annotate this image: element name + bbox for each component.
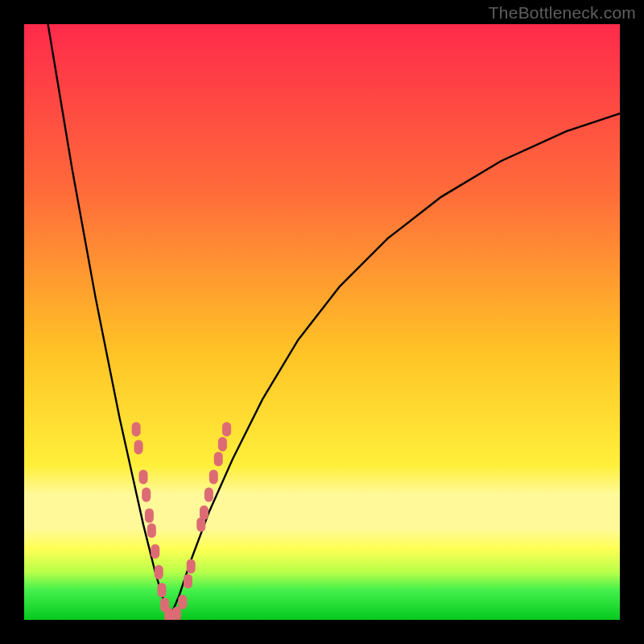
scatter-point: [155, 565, 163, 580]
scatter-point: [214, 452, 223, 466]
scatter-point: [178, 595, 187, 609]
scatter-point: [184, 574, 192, 588]
scatter-point: [204, 488, 213, 502]
chart-svg: [24, 24, 620, 620]
scatter-point: [145, 509, 154, 523]
attribution-text: TheBottleneck.com: [489, 3, 636, 23]
scatter-point: [151, 544, 159, 559]
right-branch-curve: [169, 114, 620, 620]
scatter-point: [142, 488, 151, 502]
scatter-point: [157, 583, 166, 597]
scatter-point: [187, 559, 196, 573]
scatter-point: [147, 523, 156, 538]
scatter-point: [172, 607, 181, 620]
scatter-point: [218, 437, 227, 452]
chart-canvas: [24, 24, 620, 620]
scatter-point: [139, 469, 148, 484]
scatter-point: [164, 608, 173, 620]
scatter-point: [209, 469, 218, 484]
scatter-point: [222, 422, 231, 436]
scatter-point: [132, 422, 141, 436]
scatter-point: [200, 506, 208, 520]
scatter-point: [134, 440, 143, 454]
